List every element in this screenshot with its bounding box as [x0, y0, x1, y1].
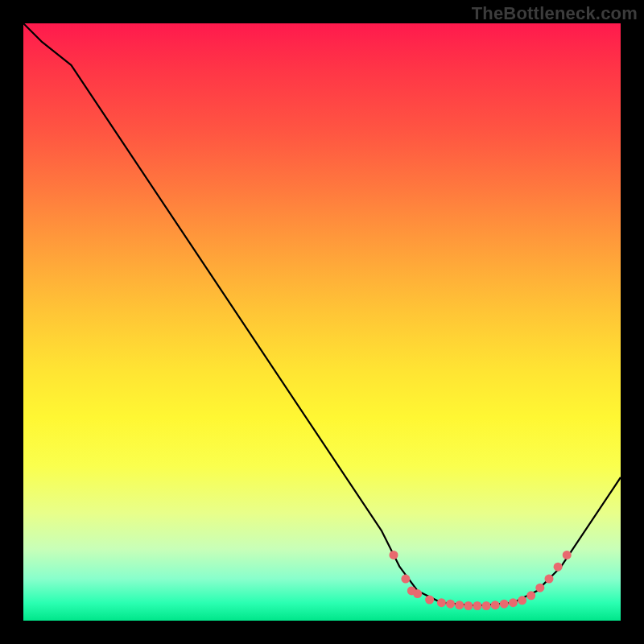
- marker-group: [390, 551, 572, 610]
- marker-dot: [464, 601, 473, 610]
- marker-dot: [554, 563, 563, 572]
- marker-dot: [437, 598, 446, 607]
- marker-dot: [473, 601, 481, 610]
- marker-dot: [401, 575, 410, 584]
- marker-dot: [482, 601, 491, 610]
- marker-dot: [491, 601, 500, 609]
- marker-dot: [455, 601, 464, 609]
- chart-svg: [23, 23, 621, 621]
- marker-dot: [563, 551, 572, 559]
- marker-dot: [545, 575, 554, 584]
- marker-dot: [446, 600, 455, 609]
- marker-dot: [518, 596, 526, 605]
- bottleneck-curve: [23, 23, 621, 606]
- marker-dot: [500, 600, 509, 609]
- marker-dot: [509, 598, 518, 607]
- marker-dot: [390, 551, 398, 559]
- marker-dot: [535, 584, 544, 592]
- watermark-text: TheBottleneck.com: [472, 3, 638, 24]
- marker-dot: [413, 589, 422, 598]
- marker-dot: [425, 596, 434, 605]
- marker-dot: [526, 591, 535, 600]
